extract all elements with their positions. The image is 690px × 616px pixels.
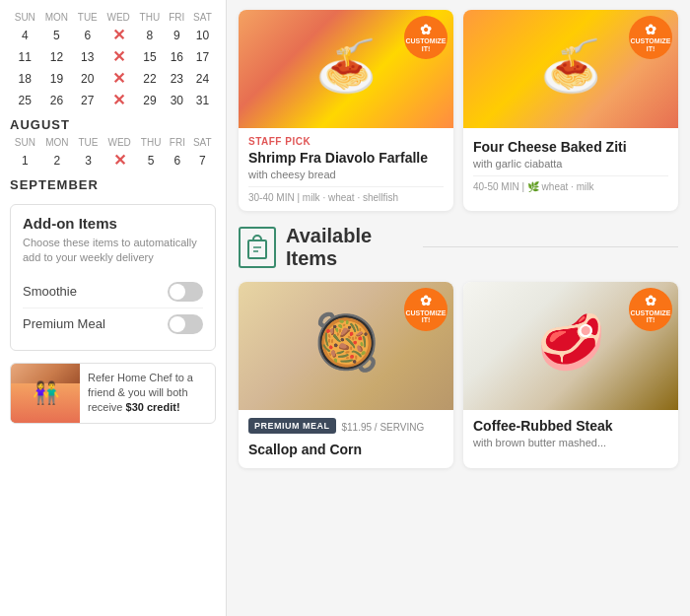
calendar-day[interactable]: 11	[10, 46, 40, 68]
steak-title: Coffee-Rubbed Steak	[473, 418, 668, 435]
available-items-title: Available Items	[286, 225, 413, 270]
main-content: CUSTOMIZE IT! STAFF PICK Shrimp Fra Diav…	[227, 0, 690, 616]
calendar-day[interactable]: 23	[165, 68, 189, 90]
steak-subtitle: with brown butter mashed...	[473, 437, 668, 448]
calendar-day[interactable]: 12	[40, 46, 74, 68]
calendar-day[interactable]: 13	[73, 46, 102, 68]
august-calendar: SUN MON TUE WED THU FRI SAT 456✕89101112…	[10, 10, 216, 111]
customize-badge-ziti[interactable]: CUSTOMIZE IT!	[629, 16, 672, 59]
addon-row-smoothie: Smoothie	[23, 276, 203, 308]
meal-card-shrimp[interactable]: CUSTOMIZE IT! STAFF PICK Shrimp Fra Diav…	[239, 10, 453, 211]
svg-rect-0	[248, 240, 266, 258]
ziti-subtitle: with garlic ciabatta	[473, 158, 668, 170]
cal-header-sun: SUN	[10, 10, 40, 25]
calendar-day[interactable]: 3	[74, 150, 103, 171]
sidebar: SUN MON TUE WED THU FRI SAT 456✕89101112…	[0, 0, 227, 616]
calendar-day[interactable]: 18	[10, 68, 40, 90]
calendar-day[interactable]: ✕	[102, 46, 135, 68]
ziti-meta: 40-50 MIN | 🌿 wheat · milk	[473, 175, 668, 192]
scallop-card-body: PREMIUM MEAL $11.95 / SERVING Scallop an…	[239, 410, 453, 468]
staff-pick-label: STAFF PICK	[248, 136, 444, 147]
customize-badge-steak[interactable]: CUSTOMIZE IT!	[629, 288, 672, 331]
cal-header-thu2: THU	[136, 135, 166, 150]
meal-card-scallop[interactable]: CUSTOMIZE IT! PREMIUM MEAL $11.95 / SERV…	[239, 282, 453, 468]
refer-text: Refer Home Chef to a friend & you will b…	[80, 365, 215, 422]
premium-badge-scallop: PREMIUM MEAL $11.95 / SERVING	[248, 418, 444, 438]
calendar-day[interactable]: ✕	[102, 25, 135, 46]
scallop-title: Scallop and Corn	[248, 442, 444, 458]
calendar-day[interactable]: 20	[73, 68, 102, 90]
calendar-day[interactable]: 26	[40, 90, 74, 111]
premium-label: PREMIUM MEAL	[248, 418, 336, 434]
cal-header-fri2: FRI	[166, 135, 189, 150]
calendar-day[interactable]: 5	[40, 25, 74, 46]
cal-header-fri: FRI	[165, 10, 189, 25]
customize-badge-scallop[interactable]: CUSTOMIZE IT!	[404, 288, 448, 331]
calendar-day[interactable]: 30	[165, 90, 189, 111]
available-section-header: Available Items	[239, 225, 678, 270]
cal-header-wed: WED	[102, 10, 135, 25]
cross-mark: ✕	[112, 70, 125, 87]
calendar-day[interactable]: 1	[10, 150, 40, 171]
calendar-day[interactable]: 9	[165, 25, 189, 46]
cross-mark: ✕	[113, 152, 126, 169]
addon-title: Add-on Items	[23, 215, 203, 232]
refer-banner[interactable]: Refer Home Chef to a friend & you will b…	[10, 363, 216, 424]
scallop-price: $11.95 / SERVING	[342, 422, 425, 433]
calendar-day[interactable]: 24	[189, 68, 216, 90]
cal-header-wed2: WED	[103, 135, 136, 150]
addon-section: Add-on Items Choose these items to autom…	[10, 204, 216, 351]
addon-label-premium: Premium Meal	[23, 316, 105, 331]
ziti-card-body: Four Cheese Baked Ziti with garlic ciaba…	[463, 128, 678, 200]
calendar-day[interactable]: 31	[189, 90, 216, 111]
calendar-day[interactable]: 10	[189, 25, 216, 46]
cal-header-mon: MON	[40, 10, 74, 25]
cal-header-thu: THU	[135, 10, 165, 25]
calendar-day[interactable]: 22	[135, 68, 165, 90]
customize-badge-shrimp[interactable]: CUSTOMIZE IT!	[404, 16, 448, 59]
cal-header-sat2: SAT	[189, 135, 216, 150]
calendar-day[interactable]: 8	[135, 25, 165, 46]
calendar-day[interactable]: 6	[166, 150, 189, 171]
calendar-day[interactable]: 2	[40, 150, 74, 171]
cal-header-mon2: MON	[40, 135, 74, 150]
available-divider	[423, 246, 678, 247]
calendar-day[interactable]: ✕	[103, 150, 136, 171]
calendar-day[interactable]: ✕	[102, 90, 135, 111]
leaf-icon: 🌿	[527, 181, 539, 192]
calendar-day[interactable]: 29	[135, 90, 165, 111]
calendar-day[interactable]: 19	[40, 68, 74, 90]
premium-meal-toggle[interactable]	[168, 314, 203, 334]
smoothie-toggle[interactable]	[168, 282, 203, 302]
calendar-day[interactable]: 6	[73, 25, 102, 46]
calendar-day[interactable]: 27	[73, 90, 102, 111]
featured-meals: CUSTOMIZE IT! STAFF PICK Shrimp Fra Diav…	[239, 10, 678, 211]
addon-row-premium: Premium Meal	[23, 308, 203, 340]
calendar-day[interactable]: 15	[135, 46, 165, 68]
calendar-day[interactable]: 4	[10, 25, 40, 46]
september-calendar: SUN MON TUE WED THU FRI SAT 123✕567	[10, 135, 216, 171]
refer-credit: $30 credit!	[126, 401, 180, 413]
calendar-day[interactable]: 25	[10, 90, 40, 111]
calendar-day[interactable]: 16	[165, 46, 189, 68]
cal-header-sat: SAT	[189, 10, 216, 25]
calendar-day[interactable]: 7	[189, 150, 216, 171]
shrimp-subtitle: with cheesy bread	[248, 169, 444, 180]
september-month-label: SEPTEMBER	[10, 177, 216, 192]
available-meals: CUSTOMIZE IT! PREMIUM MEAL $11.95 / SERV…	[239, 282, 678, 468]
shrimp-card-body: STAFF PICK Shrimp Fra Diavolo Farfalle w…	[239, 128, 453, 211]
calendar: SUN MON TUE WED THU FRI SAT 456✕89101112…	[10, 10, 216, 192]
ziti-title: Four Cheese Baked Ziti	[473, 139, 668, 156]
steak-card-body: Coffee-Rubbed Steak with brown butter ma…	[463, 410, 678, 462]
addon-label-smoothie: Smoothie	[23, 284, 77, 299]
shrimp-title: Shrimp Fra Diavolo Farfalle	[248, 150, 444, 167]
cross-mark: ✕	[112, 27, 125, 43]
addon-description: Choose these items to automatically add …	[23, 236, 203, 266]
calendar-day[interactable]: ✕	[102, 68, 135, 90]
august-month-label: AUGUST	[10, 117, 216, 132]
meal-card-steak[interactable]: CUSTOMIZE IT! Coffee-Rubbed Steak with b…	[463, 282, 678, 468]
meal-card-ziti[interactable]: CUSTOMIZE IT! Four Cheese Baked Ziti wit…	[463, 10, 678, 211]
cross-mark: ✕	[112, 92, 125, 108]
calendar-day[interactable]: 17	[189, 46, 216, 68]
calendar-day[interactable]: 5	[136, 150, 166, 171]
